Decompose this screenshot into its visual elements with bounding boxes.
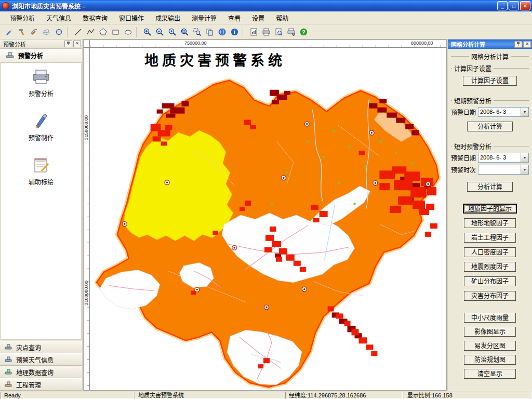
left-panel-title: 预警分析: [3, 40, 63, 48]
tool-label: 辅助标绘: [29, 177, 54, 186]
short-term-date-row: 预警日期 2008- 6- 3 ▼: [451, 107, 529, 117]
short-time-date-value: 2008- 6- 3: [480, 154, 506, 161]
status-scale: 显示比例:166.158: [404, 392, 531, 399]
minimize-button[interactable]: _: [497, 1, 508, 10]
warning-time-combobox[interactable]: ▼: [478, 165, 529, 175]
short-time-date-combobox[interactable]: 2008- 6- 3 ▼: [478, 153, 529, 163]
calc-factor-section-label: 计算因子设置: [451, 64, 529, 73]
sidebar-item-disaster-point-query[interactable]: 灾点查询: [0, 341, 82, 353]
cloud-icon[interactable]: [40, 26, 52, 38]
ruler-left-label: 3100000.00: [84, 281, 89, 305]
clear-display-button[interactable]: 清空显示: [464, 369, 516, 379]
pen-icon: [31, 112, 51, 130]
rectangle-tool-icon[interactable]: [109, 26, 122, 38]
geology-factor-display-button[interactable]: 地质因子的显示: [463, 204, 517, 214]
zoom-extent-icon[interactable]: [178, 26, 191, 38]
prevention-plan-button[interactable]: 防治规划图: [464, 355, 516, 365]
status-doc-title: 地质灾害预警系统: [135, 392, 284, 399]
left-panel-warning-analysis: 预警分析 ✕ 预警分析 预警分析 预警制作 辅助标绘 灾点查询 预警天气信息: [0, 39, 83, 391]
short-time-analyze-button[interactable]: 分析计算: [467, 182, 513, 192]
ruler-left-label: 3150000.00: [84, 115, 89, 140]
hazard-map: [90, 48, 446, 390]
rock-soil-factor-button[interactable]: 岩土工程因子: [464, 233, 516, 243]
app-icon: [2, 2, 9, 9]
close-icon[interactable]: ✕: [523, 41, 531, 48]
toolbar-separator: [67, 27, 71, 37]
sidebar-item-label: 工程管理: [16, 380, 41, 389]
sidebar-item-warning-weather-info[interactable]: 预警天气信息: [0, 353, 82, 366]
right-panel-header: 网格分析计算 ✕: [448, 39, 532, 49]
tool-aux-plot[interactable]: 辅助标绘: [29, 156, 54, 186]
status-coordinates: 经纬度:114.296875,28.162686: [285, 392, 403, 399]
polygon-tool-icon[interactable]: [97, 26, 109, 38]
info-icon[interactable]: i: [228, 26, 241, 38]
menu-view[interactable]: 查看: [222, 11, 246, 24]
select-edit-icon[interactable]: [3, 26, 15, 38]
report-icon[interactable]: [247, 26, 260, 38]
print-preview-icon[interactable]: [272, 26, 285, 38]
ellipse-tool-icon[interactable]: [122, 26, 134, 38]
meso-scale-rainfall-button[interactable]: 中小尺度雨量: [464, 313, 516, 323]
copy-layers-icon[interactable]: [203, 26, 216, 38]
chevron-down-icon[interactable]: ▼: [521, 165, 528, 174]
menu-data-query[interactable]: 数据查询: [77, 11, 113, 24]
sidebar-item-project-management[interactable]: 工程管理: [0, 378, 82, 391]
title-bar: 浏阳市地质灾害预警系统 – _ □ ✕: [0, 0, 532, 11]
zoom-window-icon[interactable]: [191, 26, 203, 38]
stamp-icon: [5, 381, 12, 389]
pick-icon[interactable]: [28, 26, 40, 38]
ruler-top: 750000.00 800000.00: [90, 40, 446, 48]
print-icon[interactable]: [260, 26, 272, 38]
zoom-in-icon[interactable]: [141, 26, 153, 38]
left-panel-header: 预警分析 ✕: [0, 39, 82, 49]
menu-warning-analysis[interactable]: 预警分析: [4, 11, 41, 24]
polyline-tool-icon[interactable]: [84, 26, 97, 38]
print-setup-icon[interactable]: [285, 26, 297, 38]
close-icon[interactable]: ✕: [73, 41, 81, 47]
seismic-intensity-factor-button[interactable]: 地震烈度因子: [464, 262, 516, 272]
disaster-distribution-factor-button[interactable]: 灾害分布因子: [464, 291, 516, 301]
pin-icon[interactable]: [514, 41, 522, 48]
tool-warning-make[interactable]: 预警制作: [29, 112, 54, 142]
left-panel-sections: 灾点查询 预警天气信息 地理数据查询 工程管理: [0, 341, 82, 391]
short-term-date-combobox[interactable]: 2008- 6- 3 ▼: [478, 107, 529, 117]
menu-window-ops[interactable]: 窗口操作: [113, 11, 150, 24]
pin-icon[interactable]: [64, 41, 72, 47]
short-time-date-row: 预警日期 2008- 6- 3 ▼: [451, 153, 529, 163]
menu-output[interactable]: 成果输出: [150, 11, 186, 24]
tool-warning-analysis[interactable]: 预警分析: [29, 68, 54, 98]
globe-icon[interactable]: [216, 26, 228, 38]
line-tool-icon[interactable]: [72, 26, 84, 38]
zoom-pan-icon[interactable]: [166, 26, 178, 38]
menu-measure[interactable]: 测量计算: [186, 11, 222, 24]
map-area: 750000.00 800000.00 3150000.00 3100000.0…: [83, 39, 447, 391]
stamp-icon: [5, 51, 15, 60]
svg-text:i: i: [234, 29, 235, 35]
ruler-corner: [84, 40, 90, 48]
hammer-icon[interactable]: [15, 26, 28, 38]
help-icon[interactable]: ?: [297, 26, 310, 38]
terrain-factor-button[interactable]: 地形地貌因子: [464, 218, 516, 228]
short-time-section-label: 短时预警分析: [451, 142, 529, 151]
population-density-factor-button[interactable]: 人口密度因子: [464, 247, 516, 257]
chevron-down-icon[interactable]: ▼: [521, 108, 528, 116]
target-icon[interactable]: [52, 26, 65, 38]
maximize-button[interactable]: □: [509, 1, 519, 10]
zoom-out-icon[interactable]: [153, 26, 166, 38]
menu-settings[interactable]: 设置: [246, 11, 270, 24]
menu-help[interactable]: 帮助: [270, 11, 294, 24]
close-button[interactable]: ✕: [520, 1, 530, 10]
calc-factor-settings-button[interactable]: 计算因子设置: [463, 76, 517, 86]
mine-distribution-factor-button[interactable]: 矿山分布因子: [464, 276, 516, 286]
sidebar-item-geo-data-query[interactable]: 地理数据查询: [0, 366, 82, 378]
image-display-button[interactable]: 影像图显示: [464, 327, 516, 337]
map-canvas[interactable]: 地质灾害预警系统: [90, 48, 446, 390]
status-ready: Ready: [1, 392, 134, 399]
chevron-down-icon[interactable]: ▼: [521, 153, 528, 162]
menu-weather-info[interactable]: 天气信息: [41, 11, 77, 24]
tool-label: 预警制作: [29, 133, 54, 142]
susceptibility-zone-button[interactable]: 易发分区图: [464, 341, 516, 351]
stamp-icon: [5, 368, 12, 376]
short-term-analyze-button[interactable]: 分析计算: [467, 122, 513, 131]
short-term-date-value: 2008- 6- 3: [480, 109, 506, 115]
